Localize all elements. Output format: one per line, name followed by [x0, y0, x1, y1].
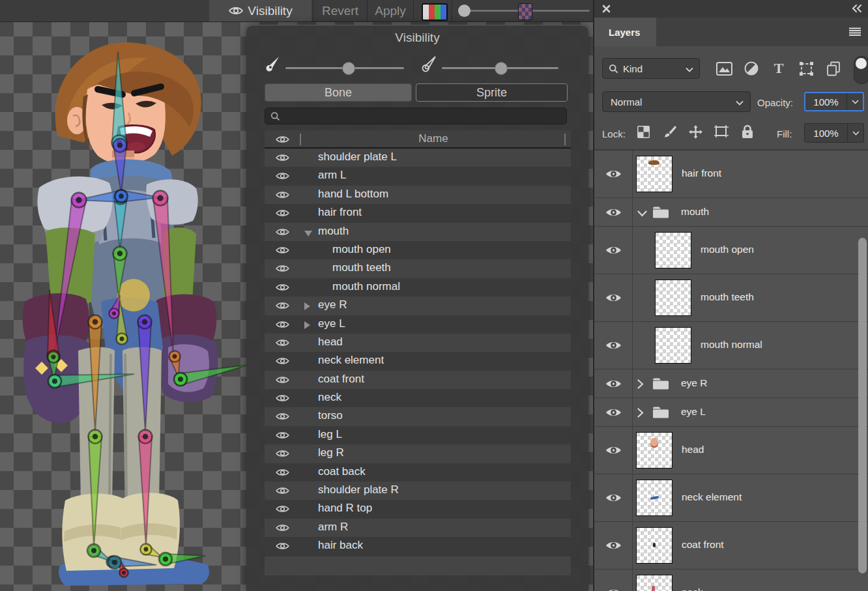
- group-expand-chevron-icon[interactable]: [637, 379, 644, 392]
- row-eye-toggle-icon[interactable]: [275, 264, 290, 276]
- filter-adjustment-layers-icon[interactable]: [743, 60, 760, 77]
- panel-menu-icon[interactable]: [848, 27, 861, 36]
- visibility-row[interactable]: hand R top: [265, 500, 571, 518]
- visibility-row[interactable]: eye R: [265, 296, 571, 315]
- overlay-opacity-slider-knob[interactable]: [458, 5, 470, 17]
- layer-row[interactable]: neck element: [594, 474, 868, 522]
- row-eye-toggle-icon[interactable]: [275, 523, 290, 535]
- layer-visibility-cell[interactable]: [594, 569, 633, 591]
- sprite-opacity-slider-knob[interactable]: [495, 62, 508, 75]
- row-eye-toggle-icon[interactable]: [275, 431, 290, 442]
- visibility-row[interactable]: leg R: [265, 444, 571, 463]
- lock-transparency-icon[interactable]: [635, 123, 652, 140]
- layer-visibility-cell[interactable]: [594, 398, 633, 426]
- layer-group-row[interactable]: eye L: [594, 398, 868, 427]
- layer-name[interactable]: neck: [682, 586, 703, 591]
- row-eye-toggle-icon[interactable]: [275, 486, 290, 498]
- blend-mode-select[interactable]: Normal: [602, 91, 751, 112]
- search-input[interactable]: [265, 108, 567, 124]
- layer-visibility-cell[interactable]: [594, 322, 633, 369]
- filter-shape-layers-icon[interactable]: [798, 60, 815, 77]
- layer-eye-toggle-icon[interactable]: [605, 588, 622, 591]
- visibility-row[interactable]: mouth teeth: [265, 259, 571, 278]
- visibility-row[interactable]: hair back: [265, 537, 571, 555]
- visibility-row[interactable]: shoulder plate R: [265, 482, 571, 500]
- layer-thumbnail[interactable]: [636, 480, 673, 516]
- row-eye-toggle-icon[interactable]: [275, 468, 290, 480]
- kind-filter-select[interactable]: Kind: [602, 58, 700, 79]
- visibility-row[interactable]: mouth open: [265, 241, 571, 259]
- tab-bone[interactable]: Bone: [265, 83, 412, 102]
- layer-visibility-cell[interactable]: [594, 522, 633, 569]
- column-divider[interactable]: [564, 134, 566, 145]
- visibility-row[interactable]: hair front: [265, 204, 571, 222]
- layer-visibility-cell[interactable]: [594, 427, 633, 474]
- row-eye-toggle-icon[interactable]: [275, 412, 290, 424]
- layer-row[interactable]: mouth open: [594, 227, 868, 274]
- row-eye-toggle-icon[interactable]: [275, 375, 290, 387]
- row-eye-toggle-icon[interactable]: [275, 356, 290, 368]
- row-eye-toggle-icon[interactable]: [275, 283, 290, 295]
- row-eye-toggle-icon[interactable]: [275, 190, 290, 202]
- lock-image-pixels-brush-icon[interactable]: [661, 123, 678, 140]
- tab-sprite[interactable]: Sprite: [416, 83, 568, 102]
- layer-visibility-cell[interactable]: [594, 274, 633, 321]
- layer-eye-toggle-icon[interactable]: [605, 169, 622, 182]
- layer-row[interactable]: head: [594, 427, 868, 474]
- expand-triangle-icon[interactable]: [304, 321, 311, 332]
- tab-layers[interactable]: Layers: [594, 18, 656, 46]
- layer-name[interactable]: neck element: [682, 491, 742, 503]
- opacity-dropdown-chevron[interactable]: [846, 93, 863, 110]
- row-eye-toggle-icon[interactable]: [275, 338, 290, 350]
- layer-eye-toggle-icon[interactable]: [605, 245, 622, 258]
- color-overlay-swatch-icon[interactable]: [422, 3, 448, 21]
- layer-eye-toggle-icon[interactable]: [605, 340, 622, 353]
- visibility-toolbar-button[interactable]: Visibility: [209, 0, 311, 22]
- expand-triangle-icon[interactable]: [304, 302, 311, 313]
- visibility-column-eye-icon[interactable]: [275, 135, 290, 147]
- layer-group-row[interactable]: eye R: [594, 369, 868, 398]
- row-eye-toggle-icon[interactable]: [275, 541, 290, 553]
- layer-row[interactable]: mouth teeth: [594, 274, 868, 322]
- visibility-row[interactable]: leg L: [265, 426, 571, 444]
- visibility-row[interactable]: eye L: [265, 315, 571, 334]
- layer-eye-toggle-icon[interactable]: [605, 407, 622, 420]
- layer-eye-toggle-icon[interactable]: [605, 540, 622, 553]
- visibility-row[interactable]: neck element: [265, 352, 571, 370]
- collapse-triangle-icon[interactable]: [304, 228, 313, 240]
- fill-field[interactable]: 100%: [804, 123, 864, 143]
- layer-thumbnail[interactable]: [636, 156, 673, 192]
- lock-all-padlock-icon[interactable]: [739, 123, 756, 140]
- layer-row[interactable]: hair front: [594, 151, 868, 198]
- layer-name[interactable]: eye L: [681, 406, 706, 418]
- layer-visibility-cell[interactable]: [594, 369, 633, 397]
- layer-thumbnail[interactable]: [655, 327, 691, 364]
- row-eye-toggle-icon[interactable]: [275, 153, 290, 165]
- collapse-panel-icon[interactable]: [851, 4, 863, 13]
- lock-position-icon[interactable]: [687, 123, 704, 140]
- layer-name[interactable]: eye R: [681, 377, 708, 389]
- row-eye-toggle-icon[interactable]: [275, 394, 290, 405]
- layer-thumbnail[interactable]: [636, 527, 673, 564]
- row-eye-toggle-icon[interactable]: [275, 301, 290, 313]
- filter-smart-objects-icon[interactable]: [825, 60, 842, 77]
- row-eye-toggle-icon[interactable]: [275, 504, 290, 516]
- layer-thumbnail[interactable]: [636, 432, 673, 468]
- layer-eye-toggle-icon[interactable]: [605, 379, 622, 392]
- layer-eye-toggle-icon[interactable]: [605, 493, 622, 506]
- layer-name[interactable]: mouth open: [701, 244, 754, 255]
- close-icon[interactable]: [602, 5, 611, 13]
- visibility-row[interactable]: neck: [265, 389, 571, 407]
- layer-visibility-cell[interactable]: [594, 198, 633, 226]
- layer-name[interactable]: head: [682, 444, 704, 455]
- group-expand-chevron-icon[interactable]: [637, 408, 644, 420]
- filter-pixel-layers-icon[interactable]: [716, 60, 732, 77]
- opacity-field[interactable]: 100%: [804, 92, 864, 111]
- pattern-slider-thumb[interactable]: [518, 3, 532, 20]
- row-eye-toggle-icon[interactable]: [275, 227, 290, 239]
- layer-row[interactable]: coat front: [594, 522, 868, 569]
- layers-scrollbar[interactable]: [858, 238, 867, 573]
- layer-thumbnail[interactable]: [655, 280, 691, 316]
- row-eye-toggle-icon[interactable]: [275, 246, 290, 257]
- row-eye-toggle-icon[interactable]: [275, 171, 290, 183]
